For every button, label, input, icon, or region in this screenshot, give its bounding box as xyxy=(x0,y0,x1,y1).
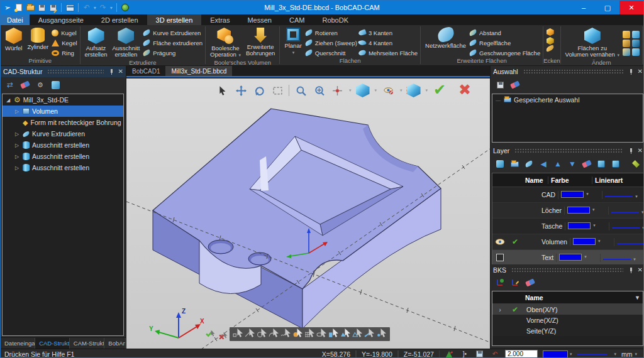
vier-kanten-button[interactable]: 4 Kanten xyxy=(358,38,418,47)
active-check-icon[interactable]: ✔ xyxy=(512,237,518,246)
ausschnitt-erstellen-button[interactable]: Ausschnitterstellen xyxy=(110,27,142,59)
dropdown-icon[interactable]: ▾ xyxy=(375,88,377,93)
corner-tool-icon[interactable] xyxy=(547,37,554,45)
tree-item-volumen[interactable]: ▷ Volumen xyxy=(3,106,123,117)
unit-dropdown[interactable]: mm▾ xyxy=(621,350,640,358)
expander-icon[interactable]: ▷ xyxy=(14,154,20,160)
select-cursor-icon[interactable] xyxy=(216,84,230,97)
modify-tool-icon[interactable] xyxy=(623,40,630,47)
color-dropdown[interactable]: ▾ xyxy=(559,254,587,261)
view-cube-icon[interactable] xyxy=(356,84,370,97)
eraser-icon[interactable] xyxy=(19,79,31,90)
filter-funnel-icon[interactable]: ▼ xyxy=(632,295,643,301)
layer-row-text[interactable]: Text ▾ ▾ xyxy=(492,250,643,266)
zoom-extents-icon[interactable] xyxy=(312,84,326,97)
filter-body-icon[interactable] xyxy=(352,328,363,341)
ortho-icon[interactable]: ]• xyxy=(460,350,470,358)
tab-cam[interactable]: CAM xyxy=(280,14,313,25)
pan-icon[interactable] xyxy=(234,84,248,97)
origin-toggle-icon[interactable] xyxy=(330,84,344,97)
tab-robodk[interactable]: RoboDK xyxy=(313,14,357,25)
ring-button[interactable]: Ring xyxy=(52,48,77,57)
modify-tool-icon[interactable] xyxy=(632,48,640,56)
eraser-icon[interactable] xyxy=(581,158,592,170)
pin-icon[interactable] xyxy=(109,69,114,75)
regelflaeche-button[interactable]: Regelfläche xyxy=(469,38,540,47)
app-logo-icon[interactable]: ➢ xyxy=(3,4,12,12)
debug-icon[interactable] xyxy=(121,4,130,12)
add-folder-icon[interactable] xyxy=(509,158,520,170)
tab-3d-erstellen[interactable]: 3D erstellen xyxy=(147,14,202,25)
save-as-icon[interactable] xyxy=(48,4,57,12)
eraser-icon[interactable] xyxy=(509,79,521,90)
dropdown-icon[interactable]: ▾ xyxy=(349,88,352,93)
move-down-icon[interactable]: ▼ xyxy=(567,158,578,170)
corner-tool-icon[interactable] xyxy=(547,28,554,36)
saved-selection-item[interactable]: — Gespeicherte Auswahl xyxy=(492,94,643,106)
layer-image-icon[interactable] xyxy=(596,158,607,170)
tag-icon[interactable] xyxy=(630,158,641,170)
rotieren-button[interactable]: Rotieren xyxy=(305,28,357,37)
filter-arc-icon[interactable] xyxy=(269,328,279,341)
modify-tool-icon[interactable] xyxy=(623,48,630,56)
linestyle-dropdown[interactable]: ▾ xyxy=(617,241,644,246)
filter-ellipse-icon[interactable] xyxy=(316,328,327,341)
open-file-icon[interactable] xyxy=(26,4,35,12)
tab-2d-erstellen[interactable]: 2D erstellen xyxy=(92,14,147,25)
shading-mode-icon[interactable] xyxy=(407,84,421,97)
color-dropdown[interactable]: ▾ xyxy=(567,207,595,214)
bks-row-seite[interactable]: Seite(Y/Z) xyxy=(492,325,643,336)
tab-cad-struktur[interactable]: CAD-Struktu xyxy=(35,338,70,349)
current-color-dropdown[interactable]: ▾ xyxy=(543,350,572,358)
edit-wcs-icon[interactable] xyxy=(509,277,521,288)
aufsatz-erstellen-button[interactable]: Aufsatzerstellen xyxy=(83,27,109,59)
close-icon[interactable]: ✕ xyxy=(118,68,123,75)
maximize-button[interactable]: ▢ xyxy=(596,1,619,14)
boolesche-operation-button[interactable]: BoolescheOperation ▾ xyxy=(208,27,243,59)
tree-root[interactable]: ◢ ⚙ Mill_3x_Std-DE xyxy=(3,94,123,106)
linestyle-dropdown[interactable]: ▾ xyxy=(605,194,638,199)
settings-icon[interactable]: ⚙ xyxy=(35,79,46,90)
move-up-icon[interactable]: ▲ xyxy=(552,158,564,170)
tab-cam-struktur[interactable]: CAM-Struktu xyxy=(70,338,105,349)
zylinder-button[interactable]: Zylinder xyxy=(25,27,50,51)
linestyle-dropdown[interactable]: ▾ xyxy=(611,210,644,215)
expander-icon[interactable]: ▷ xyxy=(14,165,20,171)
move-left-icon[interactable]: ◀ xyxy=(538,158,549,170)
wuerfel-button[interactable]: Würfel xyxy=(3,27,24,52)
close-icon[interactable]: ✕ xyxy=(638,68,643,75)
netzwerkflaeche-button[interactable]: Netzwerkfläche xyxy=(423,27,468,50)
geschwungene-flaeche-button[interactable]: Geschwungene Fläche xyxy=(469,48,540,57)
line-width-input[interactable] xyxy=(505,350,538,358)
dropdown-icon[interactable]: ▾ xyxy=(426,88,428,93)
kurve-extrudieren-button[interactable]: Kurve Extrudieren xyxy=(143,28,203,37)
linestyle-dropdown[interactable]: ▾ xyxy=(603,257,636,262)
save-selection-icon[interactable] xyxy=(494,79,506,90)
sync-icon[interactable]: ⇄ xyxy=(4,79,16,90)
bks-row-oben[interactable]: › ✔ Oben(X/Y) xyxy=(492,304,643,315)
tree-item-ausschnitt-3[interactable]: ▷ Ausschnitt erstellen xyxy=(3,162,123,173)
layer-row-volumen[interactable]: ✔ Volumen ▾ ▾ xyxy=(492,234,643,250)
tree-item-form[interactable]: ◆ Form mit rechteckiger Bohrung xyxy=(3,117,123,128)
visibility-eye-icon[interactable] xyxy=(495,239,505,245)
modify-tool-icon[interactable] xyxy=(632,31,640,38)
corner-tool-icon[interactable] xyxy=(545,45,555,52)
flaechen-zu-volumen-vernaehen-button[interactable]: Flächen zuVolumen vernähen ▾ xyxy=(564,27,621,59)
tab-datei[interactable]: Datei xyxy=(1,14,30,25)
tab-messen[interactable]: Messen xyxy=(238,14,280,25)
drei-kanten-button[interactable]: 3 Kanten xyxy=(358,28,418,37)
undo-icon[interactable]: ↶ xyxy=(82,4,91,12)
expander-icon[interactable]: ▷ xyxy=(14,143,20,148)
filter-grid-icon[interactable] xyxy=(304,328,315,341)
current-linestyle-dropdown[interactable]: ▾ xyxy=(577,350,616,358)
layer-row-cad[interactable]: CAD ▾ ▾ xyxy=(492,187,643,203)
color-dropdown[interactable]: ▾ xyxy=(561,191,589,198)
tab-bobart[interactable]: BobAr xyxy=(104,338,126,349)
layer-image2-icon[interactable] xyxy=(610,158,621,170)
modify-tool-icon[interactable] xyxy=(632,40,640,47)
cancel-icon[interactable]: ✖ xyxy=(458,82,471,97)
close-button[interactable]: ✕ xyxy=(619,1,643,14)
filter-point-icon[interactable] xyxy=(233,328,243,341)
tree-item-kurve-extrudieren[interactable]: ▷ Kurve Extrudieren xyxy=(3,128,123,139)
doc-tab-mill3x[interactable]: Mill3x_Std-DE.bbcd xyxy=(165,66,232,76)
